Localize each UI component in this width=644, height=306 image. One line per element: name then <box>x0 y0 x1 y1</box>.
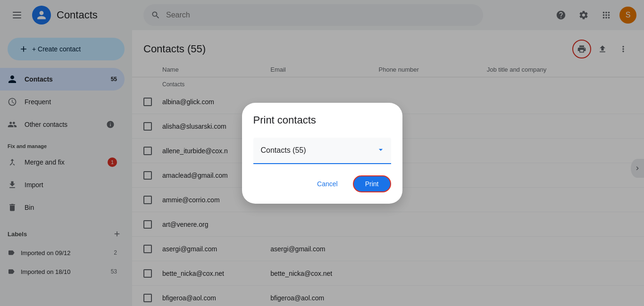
print-dialog: Print contacts Contacts (55) All contact… <box>242 103 402 204</box>
contacts-select[interactable]: Contacts (55) All contacts Frequent <box>253 138 391 164</box>
dialog-actions: Cancel Print <box>253 175 391 192</box>
dialog-title: Print contacts <box>253 114 391 126</box>
dialog-overlay: Print contacts Contacts (55) All contact… <box>0 0 644 306</box>
print-confirm-button[interactable]: Print <box>353 175 391 192</box>
dialog-select-wrapper: Contacts (55) All contacts Frequent <box>253 138 391 164</box>
cancel-button[interactable]: Cancel <box>306 175 349 192</box>
